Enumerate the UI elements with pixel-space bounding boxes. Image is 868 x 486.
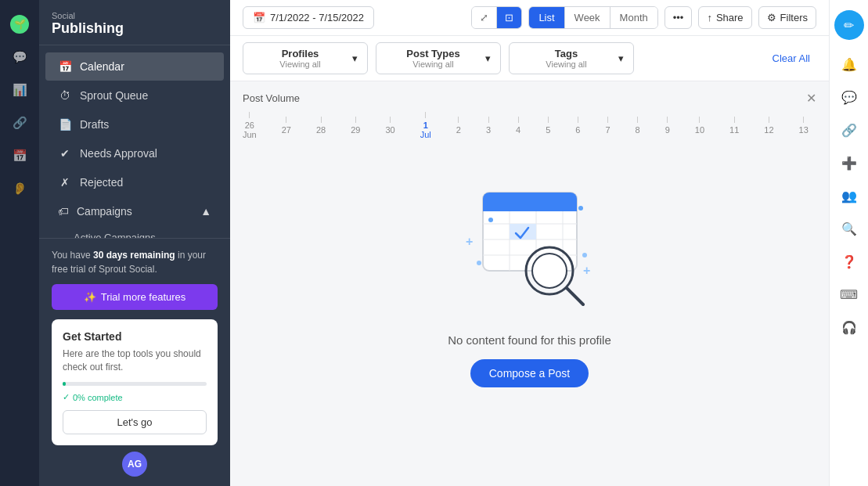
svg-point-16 [477,261,481,265]
progress-label: ✓ 0% complete [63,392,207,402]
sidebar-item-drafts[interactable]: 📄 Drafts [45,110,224,139]
sidebar-item-needs-approval[interactable]: ✔ Needs Approval [45,139,224,167]
reports-icon[interactable]: 📊 [5,76,34,104]
post-volume-label: Post Volume [243,92,300,104]
tags-sub: Viewing all [519,59,614,69]
notification-icon[interactable]: 🔔 [835,50,863,78]
sidebar-item-approval-label: Needs Approval [80,147,157,160]
list-view-button[interactable]: List [529,7,564,28]
campaigns-header[interactable]: 🏷 Campaigns ▲ [45,197,224,225]
calendar-nav-icon[interactable]: 📅 [5,142,34,170]
search-icon[interactable]: 🔍 [835,214,863,243]
svg-line-12 [567,288,583,304]
link-icon[interactable]: 🔗 [835,116,863,144]
timeline-tick: 13 [799,117,809,135]
listening-icon[interactable]: 👂 [5,175,34,203]
get-started-title: Get Started [63,330,207,343]
date-range-button[interactable]: 📅 7/1/2022 - 7/15/2022 [243,6,374,29]
timeline-tick: 30 [386,117,395,135]
support-icon[interactable]: 🎧 [835,313,863,341]
timeline-tick: 2 [456,117,461,135]
brand-app-name: Publishing [52,20,124,36]
month-view-button[interactable]: Month [610,7,657,28]
campaigns-section: 🏷 Campaigns ▲ Active Campaigns Archived … [39,197,230,238]
expand-view-button[interactable]: ⤢ [472,7,497,28]
filters-button[interactable]: ⚙ Filters [758,6,816,29]
sidebar: Social Publishing 📅 Calendar ⏱ Sprout Qu… [39,0,230,486]
sidebar-item-sprout-queue[interactable]: ⏱ Sprout Queue [45,81,224,110]
grid-view-button[interactable]: ⊡ [497,7,521,28]
compose-button[interactable]: ✏ [834,10,864,40]
post-types-sub: Viewing all [386,59,481,69]
close-post-volume-button[interactable]: ✕ [806,91,816,106]
text-view-toggle: List Week Month [528,6,657,29]
sidebar-item-active-campaigns[interactable]: Active Campaigns [39,226,230,238]
chevron-up-icon: ▲ [200,205,211,218]
empty-state: + + No content found for this profile Co… [230,146,829,419]
week-view-button[interactable]: Week [565,7,610,28]
post-types-label: Post Types [386,48,481,59]
date-range-text: 7/1/2022 - 7/15/2022 [270,12,364,23]
more-options-button[interactable]: ••• [665,6,693,29]
svg-point-14 [578,206,583,211]
get-started-card: Get Started Here are the top tools you s… [52,319,218,445]
right-icon-rail: ✏ 🔔 💬 🔗 ➕ 👥 🔍 ❓ ⌨ 🎧 [829,0,868,486]
svg-point-15 [582,253,587,257]
timeline-tick: 3 [486,117,491,135]
tags-dropdown-inner: Tags Viewing all [519,48,614,69]
add-icon[interactable]: ➕ [835,149,863,177]
timeline-tick: 7 [605,117,610,135]
keyboard-icon[interactable]: ⌨ [835,280,863,308]
timeline-tick: 8 [636,117,640,135]
timeline-tick: 10 [695,117,704,135]
svg-rect-2 [483,202,577,211]
sidebar-item-queue-label: Sprout Queue [80,89,148,102]
trial-more-features-button[interactable]: ✨ Trial more features [52,284,218,310]
trial-notice: You have 30 days remaining in your free … [52,248,218,276]
profiles-sub: Viewing all [253,59,348,69]
calendar-icon: 📅 [253,12,265,23]
left-icon-rail: 🌱 💬 📊 🔗 📅 👂 [0,0,39,486]
post-types-dropdown[interactable]: Post Types Viewing all ▾ [376,42,501,74]
campaigns-icon: 🏷 [58,205,69,218]
sprout-logo-icon[interactable]: 🌱 [5,10,34,38]
users-icon[interactable]: 👥 [835,182,863,210]
ellipsis-icon: ••• [673,12,684,23]
clear-all-button[interactable]: Clear All [766,48,816,69]
timeline-tick: 4 [516,117,520,135]
help-icon[interactable]: ❓ [835,247,863,275]
sidebar-footer: You have 30 days remaining in your free … [39,238,230,486]
sparkle-icon: ✨ [84,291,96,303]
svg-point-11 [532,254,567,288]
approval-icon: ✔ [58,147,72,160]
sidebar-item-rejected[interactable]: ✗ Rejected [45,168,224,196]
chevron-down-icon: ▾ [485,52,491,64]
timeline-tick: 29 [351,117,360,135]
timeline-tick: 12 [764,117,773,135]
post-types-dropdown-inner: Post Types Viewing all [386,48,481,69]
progress-bar-fill [63,382,66,386]
content-area: Post Volume ✕ 26Jun272829301Jul234567891… [230,81,829,486]
empty-state-illustration: + + [452,177,608,318]
tags-dropdown[interactable]: Tags Viewing all ▾ [509,42,634,74]
profiles-dropdown[interactable]: Profiles Viewing all ▾ [243,42,368,74]
timeline-tick: 26Jun [243,112,257,139]
tags-label: Tags [519,48,614,59]
inbox-icon[interactable]: 💬 [5,43,34,71]
sidebar-item-calendar[interactable]: 📅 Calendar [45,52,224,81]
lets-go-button[interactable]: Let's go [63,410,207,434]
share-icon: ↑ [707,12,712,23]
sidebar-item-drafts-label: Drafts [80,118,109,131]
share-button[interactable]: ↑ Share [698,6,751,29]
timeline-tick: 11 [729,117,739,135]
timeline-tick: 5 [546,117,550,135]
queue-icon: ⏱ [58,89,72,102]
sidebar-item-calendar-label: Calendar [80,60,124,73]
sidebar-item-rejected-label: Rejected [80,176,123,189]
top-bar: 📅 7/1/2022 - 7/15/2022 ⤢ ⊡ List Week Mon… [230,0,829,36]
messages-icon[interactable]: 💬 [835,83,863,111]
user-avatar[interactable]: AG [122,452,147,477]
compose-post-button[interactable]: Compose a Post [470,359,589,387]
social-icon[interactable]: 🔗 [5,109,34,137]
rejected-icon: ✗ [58,176,72,189]
